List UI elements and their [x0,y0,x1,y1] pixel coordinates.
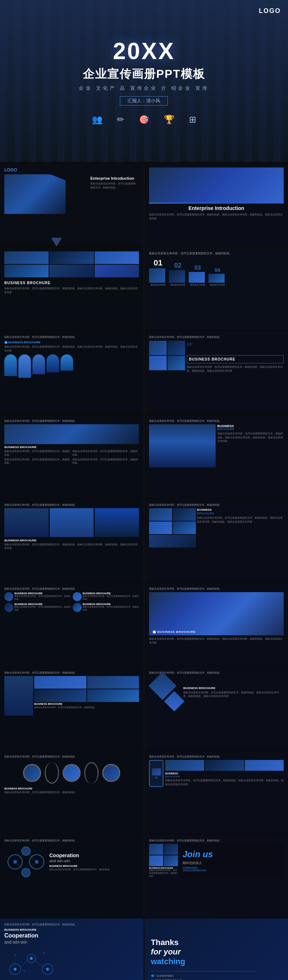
slide-row-2: BUSINESS BROCHURE 鼠标点击添加文本内容，也可以直接复制您的文本… [0,247,288,330]
slide10-text: 鼠标点击添加文本内容，也可以直接复制您的文本，粘贴到此处。鼠标点击添加文本内容，… [197,516,284,524]
svg-line-5 [26,851,37,862]
slide5-arches [4,355,139,378]
slide-3-left-inner: BUSINESS BROCHURE 鼠标点击添加文本内容，也可以直接复制您的文本… [0,247,143,330]
svg-line-22 [36,953,44,959]
s6-p3 [149,356,167,370]
icon-person: 🎯 [138,115,150,125]
slide15-circles [4,762,139,784]
slide-14-inner: 鼠标点击添加文本内容，也可以直接复制您的文本，粘贴到此处。 BUSINESS B… [145,667,288,749]
slide-7-left: 鼠标点击添加文本内容，也可以直接复制您的文本，粘贴到此处。 BUSINESS B… [0,415,143,498]
s18-join-text: Join us [183,850,281,859]
slide-9-inner: 鼠标点击添加文本内容，也可以直接复制您的文本，粘贴到此处。 BUSINESS B… [0,499,143,582]
slide1-triangle [51,238,62,246]
slide13-photos: BUSINESS BROCHURE 鼠标点击添加文本内容，也可以直接复制您的文本… [4,676,139,716]
slide16-intro: 鼠标点击添加文本内容，也可以直接复制您的文本，粘贴到此处。 [149,755,284,759]
s15-brand: BUSINESS BROCHURE [4,788,139,790]
photo-5 [49,265,94,277]
s16-text: 鼠标点击添加文本内容，也可以直接复制您的文本，粘贴到此处。鼠标点击添加文本内容，… [165,779,284,786]
slide10-photos [149,508,196,547]
slide4-intro: 鼠标点击添加文本内容，也可以直接复制您的文本，粘贴到此处。 [149,251,284,255]
s17-brand: BUSINESS BROCHURE [49,865,112,867]
slide-10-inner: 鼠标点击添加文本内容，也可以直接复制您的文本，粘贴到此处。 BUSINESS B… [145,499,288,582]
slide-4-right: 鼠标点击添加文本内容，也可以直接复制您的文本，粘贴到此处。 01 请添加文本内容… [145,247,288,330]
slide16-photos-text: BUSINESS BROCHURE 鼠标点击添加文本内容，也可以直接复制您的文本… [165,760,284,787]
s20-email-row: ✉ 1231212230163.com [151,978,182,980]
slide7-t3: 鼠标点击添加文本内容，也可以直接复制您的文本，粘贴到此处。 [4,458,71,465]
s9-strip2 [50,508,94,537]
slide-row-4: 鼠标点击添加文本内容，也可以直接复制您的文本，粘贴到此处。 BUSINESS B… [0,415,288,498]
s18-p3 [149,855,163,866]
slide-6-inner: 鼠标点击添加文本内容，也可以直接复制您的文本，粘贴到此处。 " BUSINESS… [145,331,288,414]
slide-13-left: 鼠标点击添加文本内容，也可以直接复制您的文本，粘贴到此处。 BUSINESS B… [0,667,143,749]
s15-scurve [45,762,59,784]
num03-img [189,272,205,283]
photo-6 [95,265,139,277]
s11-text1: BUSINESS BROCHURE 鼠标点击添加文本内容，也可以直接复制您的文本… [14,592,71,601]
slide-20-right: Thanks for your watching ☎ 12345678901 ✉… [145,918,288,980]
slide11-items: BUSINESS BROCHURE 鼠标点击添加文本内容，也可以直接复制您的文本… [4,592,139,612]
s15-circle3 [102,764,120,782]
slide7-t1: 鼠标点击添加文本内容，也可以直接复制您的文本，粘贴到此处。 [4,449,71,457]
slide-19-left: 鼠标点击添加文本内容，也可以直接复制您的文本，粘贴到此处。 BUSINESS B… [0,918,143,980]
slide11-item2: BUSINESS BROCHURE 鼠标点击添加文本内容，也可以直接复制您的文本… [73,592,139,601]
slide17-intro: 鼠标点击添加文本内容，也可以直接复制您的文本，粘贴到此处。 [4,839,139,842]
slide-14-right: 鼠标点击添加文本内容，也可以直接复制您的文本，粘贴到此处。 BUSINESS B… [145,667,288,749]
s13-p3 [34,689,86,702]
s15-circle2 [63,764,81,782]
num-01: 01 [149,258,167,267]
slide-11-inner: 鼠标点击添加文本内容，也可以直接复制您的文本，粘贴到此处。 BUSINESS B… [0,583,143,666]
cover-title: 企业宣传画册PPT模板 [79,66,209,82]
s15-scurve2 [84,762,99,784]
slide6-brand: BUSINESS BROCHURE [189,357,282,361]
s11-text3: BUSINESS BROCHURE 鼠标点击添加文本内容，也可以直接复制您的文本… [14,603,71,612]
slide13-right: BUSINESS BROCHURE 鼠标点击添加文本内容，也可以直接复制您的文本… [34,676,139,716]
slide-20-inner: Thanks for your watching ☎ 12345678901 ✉… [145,918,288,980]
s13-brand: BUSINESS BROCHURE [34,703,139,705]
s19-winwin: and win-win [4,940,139,945]
slide16-phone [149,760,164,787]
s18-contact: 12345678901 [183,867,281,869]
s11-text2: BUSINESS BROCHURE 鼠标点击添加文本内容，也可以直接复制您的文本… [83,592,139,601]
num-block-02: 02 请添加文本内容 [169,262,187,287]
s10-p3 [149,522,172,534]
s11-brand3: BUSINESS BROCHURE [14,603,71,605]
arch-3 [32,355,45,374]
slide1-right-hero [149,167,284,204]
slide10-brand: BUSINESS [197,508,284,511]
slide5-tag: ⬤ BUSINESS BROCHURE [4,341,139,344]
s17-coop: Cooperation [49,853,112,859]
slide10-grid [149,508,196,534]
slide7-wide-img [4,424,139,444]
svg-point-17 [46,968,49,970]
svg-line-6 [15,862,26,873]
slide-15-left: 鼠标点击添加文本内容，也可以直接复制您的文本，粘贴到此处。 BUSINESS B… [0,751,143,834]
slide17-text: Cooperation and win-win BUSINESS BROCHUR… [49,853,112,871]
slide6-text-area: " BUSINESS BROCHURE 鼠标点击添加文本内容，也可以直接复制您的… [187,341,284,373]
s20-contact-row: ☎ 12345678901 [151,974,174,977]
cover-icons: 👥 ✏ 🎯 🏆 ⊞ [79,115,209,125]
slide-9-left: 鼠标点击添加文本内容，也可以直接复制您的文本，粘贴到此处。 BUSINESS B… [0,499,143,582]
num02-text: 请添加文本内容 [169,283,187,287]
slide10-sub: BROCHURE [197,512,284,515]
arch-1 [4,355,17,376]
s18-text: 鼠标点击添加文本内容，也可以直接复制您的文本，粘贴到此处。 [149,869,178,877]
slide-16-inner: 鼠标点击添加文本内容，也可以直接复制您的文本，粘贴到此处。 BUSINESS B… [145,751,288,834]
icon-people: 👥 [92,115,103,125]
icon-trophy: 🏆 [164,115,175,125]
s11-desc3: 鼠标点击添加文本内容，也可以直接复制您的文本，粘贴到此处。 [14,605,71,612]
slide7-brand: BUSINESS BROCHURE [4,445,139,449]
slide6-text: 鼠标点击添加文本内容，也可以直接复制您的文本，粘贴到此处。鼠标点击添加文本内容，… [187,365,284,373]
slide5-text: 鼠标点击添加文本内容，也可以直接复制您的文本，粘贴到此处。鼠标点击添加文本内容，… [4,345,139,353]
slide9-intro: 鼠标点击添加文本内容，也可以直接复制您的文本，粘贴到此处。 [4,503,139,507]
slide8-img [149,424,216,468]
slide-18-inner: 鼠标点击添加文本内容，也可以直接复制您的文本，粘贴到此处。 BUSINESS B… [145,835,288,917]
slide-6-right: 鼠标点击添加文本内容，也可以直接复制您的文本，粘贴到此处。 " BUSINESS… [145,331,288,414]
s11-brand4: BUSINESS BROCHURE [83,603,139,605]
slide-1-left-inner: LOGO Enterprise Introduction 鼠标点击添加文本内容，… [0,163,143,246]
slide12-brand: BUSINESS BROCHURE [158,630,196,633]
slide-1-left: LOGO Enterprise Introduction 鼠标点击添加文本内容，… [0,163,143,246]
arch-4 [46,355,59,372]
svg-line-7 [26,862,37,873]
slide-5-left: 鼠标点击添加文本内容，也可以直接复制您的文本，粘贴到此处。 ⬤ BUSINESS… [0,331,143,414]
slide-row-10: 鼠标点击添加文本内容，也可以直接复制您的文本，粘贴到此处。 BUSINESS B… [0,918,288,980]
